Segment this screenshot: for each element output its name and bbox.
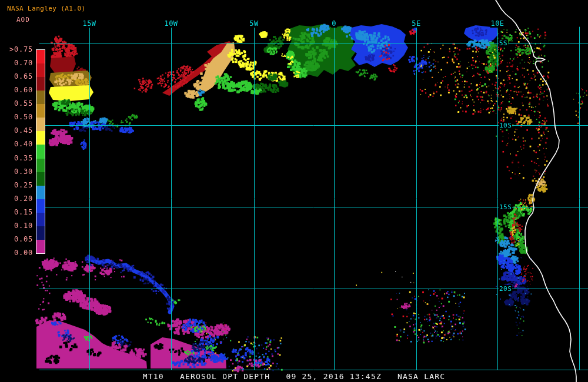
legend-color-segment [36,131,45,145]
legend-color-segment [36,118,45,131]
legend-color-segment [36,91,45,104]
legend-color-segment [36,104,45,118]
legend-tick-label: 0.05 [0,236,33,243]
legend-color-segment [36,213,45,226]
aod-map-screen: NASA Langley (A1.0) AOD >0.750.700.650.6… [0,0,588,382]
legend-tick-label: 0.10 [0,222,33,230]
legend-tick-label: >0.75 [0,46,33,53]
longitude-label: 5W [249,20,259,28]
legend-color-segment [36,50,45,63]
legend-tick-label: 0.50 [0,113,33,121]
legend-tick-label: 0.30 [0,168,33,176]
legend-tick-label: 0.65 [0,73,33,81]
legend-color-segment [36,77,45,91]
latitude-label: 5S [499,39,508,47]
longitude-label: 0 [331,20,337,28]
legend-color-segment [36,186,45,199]
legend-color-segment [36,226,45,240]
longitude-label: 10E [490,20,505,28]
legend-title-aod: AOD [16,16,30,24]
latitude-label: 20S [499,285,512,293]
latitude-label: 15S [499,203,512,211]
aod-color-scale-bar [36,49,45,254]
legend-tick-label: 0.00 [0,249,33,257]
legend-tick-label: 0.60 [0,86,33,94]
legend-color-segment [36,145,45,158]
legend-tick-label: 0.55 [0,100,33,108]
legend-tick-label: 0.35 [0,155,33,162]
footer-caption: MT10 AEROSOL OPT DEPTH 09 25, 2016 13:45… [143,372,446,381]
legend-tick-label: 0.45 [0,127,33,135]
legend-color-segment [36,63,45,77]
legend-color-segment [36,159,45,172]
legend-color-segment [36,172,45,186]
legend-tick-label: 0.70 [0,59,33,67]
latitude-label: 10S [499,122,512,129]
longitude-label: 10W [163,20,178,28]
longitude-label: 5E [411,20,421,28]
legend-tick-label: 0.20 [0,195,33,203]
aod-map-canvas [0,0,588,382]
longitude-label: 15W [82,20,96,28]
legend-tick-label: 0.25 [0,182,33,189]
product-title: NASA Langley (A1.0) [7,5,85,12]
legend-tick-label: 0.40 [0,140,33,148]
legend-color-segment [36,240,45,253]
legend-color-segment [36,199,45,213]
legend-tick-label: 0.15 [0,209,33,216]
